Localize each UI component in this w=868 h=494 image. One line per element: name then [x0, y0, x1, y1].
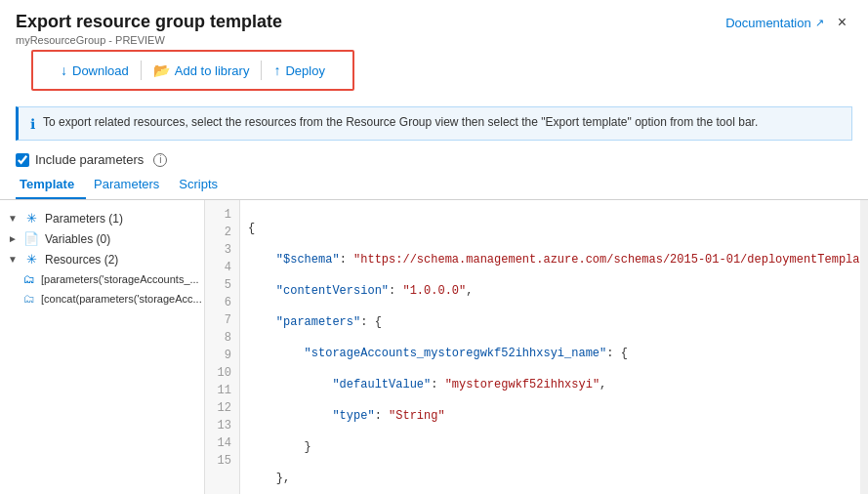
code-line-1: {	[248, 220, 852, 237]
download-button[interactable]: ↓ Download	[49, 58, 141, 83]
include-parameters-label: Include parameters	[35, 152, 144, 167]
library-icon: 📂	[153, 62, 170, 78]
title-actions: Documentation ↗ ×	[725, 12, 852, 33]
include-parameters-row: Include parameters i	[0, 148, 868, 171]
arrow-icon-parameters: ▼	[8, 213, 18, 224]
scrollbar[interactable]	[860, 200, 868, 494]
code-line-6: "defaultValue": "mystoregwkf52ihhxsyi",	[248, 376, 852, 393]
code-content[interactable]: { "$schema": "https://schema.management.…	[240, 200, 860, 494]
tab-template[interactable]: Template	[16, 171, 86, 199]
sidebar-item-variables[interactable]: ► 📄 Variables (0)	[0, 228, 204, 249]
tab-parameters[interactable]: Parameters	[90, 171, 171, 199]
external-link-icon: ↗	[815, 17, 824, 29]
page-subtitle: myResourceGroup - PREVIEW	[16, 34, 282, 46]
deploy-button[interactable]: ↑ Deploy	[262, 58, 336, 83]
sidebar-sub-item-storage1[interactable]: 🗂 [parameters('storageAccounts_...	[0, 269, 204, 289]
add-library-button[interactable]: 📂 Add to library	[142, 58, 262, 83]
arrow-icon-variables: ►	[8, 233, 18, 244]
info-tooltip-icon: i	[153, 153, 167, 167]
resources-icon: ✳	[23, 252, 39, 267]
storage1-icon: 🗂	[23, 272, 35, 286]
toolbar: ↓ Download 📂 Add to library ↑ Deploy	[31, 50, 354, 91]
info-banner: ℹ To export related resources, select th…	[16, 106, 852, 141]
storage2-icon: 🗂	[23, 292, 35, 306]
title-section: Export resource group template myResourc…	[16, 12, 282, 46]
code-line-2: "$schema": "https://schema.management.az…	[248, 251, 852, 268]
params-icon: ✳	[23, 211, 39, 226]
sidebar-item-parameters[interactable]: ▼ ✳ Parameters (1)	[0, 208, 204, 228]
code-line-4: "parameters": {	[248, 313, 852, 331]
sidebar: ▼ ✳ Parameters (1) ► 📄 Variables (0) ▼ ✳…	[0, 200, 205, 494]
page-title: Export resource group template	[16, 12, 282, 32]
documentation-link[interactable]: Documentation ↗	[725, 16, 823, 30]
download-icon: ↓	[61, 62, 67, 78]
code-line-7: "type": "String"	[248, 407, 852, 425]
toolbar-wrapper: ↓ Download 📂 Add to library ↑ Deploy	[0, 50, 868, 106]
close-button[interactable]: ×	[832, 12, 852, 33]
line-numbers: 1 2 3 4 5 6 7 8 9 10 11 12 13 14 15	[205, 200, 240, 494]
sidebar-item-resources[interactable]: ▼ ✳ Resources (2)	[0, 249, 204, 269]
code-line-3: "contentVersion": "1.0.0.0",	[248, 282, 852, 300]
code-editor: 1 2 3 4 5 6 7 8 9 10 11 12 13 14 15 { "$…	[205, 200, 868, 494]
deploy-icon: ↑	[273, 62, 280, 78]
code-panel: 1 2 3 4 5 6 7 8 9 10 11 12 13 14 15 { "$…	[205, 200, 868, 494]
info-icon: ℹ	[30, 116, 35, 132]
code-line-8: }	[248, 438, 852, 456]
include-parameters-checkbox[interactable]	[16, 153, 29, 167]
arrow-icon-resources: ▼	[8, 254, 18, 265]
tabs-bar: Template Parameters Scripts	[0, 171, 868, 200]
code-line-5: "storageAccounts_mystoregwkf52ihhxsyi_na…	[248, 345, 852, 362]
main-content: ▼ ✳ Parameters (1) ► 📄 Variables (0) ▼ ✳…	[0, 200, 868, 494]
code-line-9: },	[248, 470, 852, 487]
tab-scripts[interactable]: Scripts	[175, 171, 229, 199]
sidebar-sub-item-storage2[interactable]: 🗂 [concat(parameters('storageAcc...	[0, 289, 204, 309]
variables-icon: 📄	[23, 231, 39, 246]
title-bar: Export resource group template myResourc…	[0, 0, 868, 50]
